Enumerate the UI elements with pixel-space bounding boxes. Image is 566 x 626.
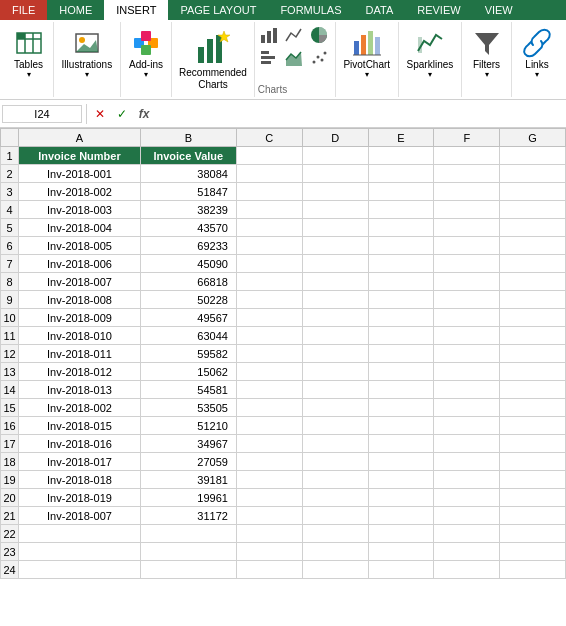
cell-a-8[interactable]: Inv-2018-007 (19, 273, 141, 291)
cell-G-5[interactable] (500, 219, 566, 237)
recommended-charts-button[interactable]: Recommended Charts (175, 24, 251, 94)
cell-a-18[interactable]: Inv-2018-017 (19, 453, 141, 471)
cell-b-24[interactable] (140, 561, 236, 579)
cell-D-7[interactable] (302, 255, 368, 273)
cell-F-8[interactable] (434, 273, 500, 291)
cell-G-6[interactable] (500, 237, 566, 255)
cell-b-1[interactable]: Invoice Value (140, 147, 236, 165)
cell-D-3[interactable] (302, 183, 368, 201)
tab-page-layout[interactable]: PAGE LAYOUT (168, 0, 268, 20)
cell-D-5[interactable] (302, 219, 368, 237)
cell-C-17[interactable] (236, 435, 302, 453)
cell-G-16[interactable] (500, 417, 566, 435)
cell-E-1[interactable] (368, 147, 434, 165)
cell-G-8[interactable] (500, 273, 566, 291)
cell-a-21[interactable]: Inv-2018-007 (19, 507, 141, 525)
cell-b-3[interactable]: 51847 (140, 183, 236, 201)
column-chart-icon[interactable] (258, 24, 280, 46)
cell-D-9[interactable] (302, 291, 368, 309)
cell-E-4[interactable] (368, 201, 434, 219)
cell-a-22[interactable] (19, 525, 141, 543)
tab-view[interactable]: VIEW (473, 0, 525, 20)
cell-G-2[interactable] (500, 165, 566, 183)
cell-D-8[interactable] (302, 273, 368, 291)
cell-G-19[interactable] (500, 471, 566, 489)
cell-C-6[interactable] (236, 237, 302, 255)
cell-F-12[interactable] (434, 345, 500, 363)
cell-a-23[interactable] (19, 543, 141, 561)
cell-F-5[interactable] (434, 219, 500, 237)
cell-b-6[interactable]: 69233 (140, 237, 236, 255)
tab-formulas[interactable]: FORMULAS (268, 0, 353, 20)
cell-C-3[interactable] (236, 183, 302, 201)
cell-D-12[interactable] (302, 345, 368, 363)
cell-G-7[interactable] (500, 255, 566, 273)
cell-G-11[interactable] (500, 327, 566, 345)
tab-data[interactable]: DATA (354, 0, 406, 20)
cell-D-24[interactable] (302, 561, 368, 579)
cell-E-15[interactable] (368, 399, 434, 417)
cell-F-7[interactable] (434, 255, 500, 273)
cell-a-20[interactable]: Inv-2018-019 (19, 489, 141, 507)
illustrations-button[interactable]: Illustrations ▾ (58, 24, 117, 82)
cell-C-2[interactable] (236, 165, 302, 183)
cell-b-18[interactable]: 27059 (140, 453, 236, 471)
cell-E-3[interactable] (368, 183, 434, 201)
cell-a-14[interactable]: Inv-2018-013 (19, 381, 141, 399)
cell-E-7[interactable] (368, 255, 434, 273)
pie-chart-icon[interactable] (308, 24, 330, 46)
cell-b-23[interactable] (140, 543, 236, 561)
cell-C-12[interactable] (236, 345, 302, 363)
cell-D-22[interactable] (302, 525, 368, 543)
cell-C-1[interactable] (236, 147, 302, 165)
cell-G-13[interactable] (500, 363, 566, 381)
cell-E-8[interactable] (368, 273, 434, 291)
cell-E-13[interactable] (368, 363, 434, 381)
col-header-b[interactable]: B (140, 129, 236, 147)
function-button[interactable]: fx (133, 103, 155, 125)
cell-F-11[interactable] (434, 327, 500, 345)
cancel-button[interactable]: ✕ (89, 103, 111, 125)
cell-b-22[interactable] (140, 525, 236, 543)
cell-E-18[interactable] (368, 453, 434, 471)
cell-b-20[interactable]: 19961 (140, 489, 236, 507)
cell-E-14[interactable] (368, 381, 434, 399)
cell-b-9[interactable]: 50228 (140, 291, 236, 309)
cell-C-7[interactable] (236, 255, 302, 273)
cell-b-7[interactable]: 45090 (140, 255, 236, 273)
cell-b-8[interactable]: 66818 (140, 273, 236, 291)
cell-a-16[interactable]: Inv-2018-015 (19, 417, 141, 435)
cell-D-19[interactable] (302, 471, 368, 489)
cell-F-20[interactable] (434, 489, 500, 507)
col-header-d[interactable]: D (302, 129, 368, 147)
filters-button[interactable]: Filters ▾ (467, 24, 507, 82)
cell-G-12[interactable] (500, 345, 566, 363)
cell-D-18[interactable] (302, 453, 368, 471)
cell-C-11[interactable] (236, 327, 302, 345)
cell-a-13[interactable]: Inv-2018-012 (19, 363, 141, 381)
cell-D-2[interactable] (302, 165, 368, 183)
cell-E-23[interactable] (368, 543, 434, 561)
cell-C-16[interactable] (236, 417, 302, 435)
cell-C-23[interactable] (236, 543, 302, 561)
cell-F-1[interactable] (434, 147, 500, 165)
col-header-e[interactable]: E (368, 129, 434, 147)
cell-F-15[interactable] (434, 399, 500, 417)
cell-G-22[interactable] (500, 525, 566, 543)
cell-reference-input[interactable] (2, 105, 82, 123)
cell-b-15[interactable]: 53505 (140, 399, 236, 417)
cell-b-17[interactable]: 34967 (140, 435, 236, 453)
cell-F-16[interactable] (434, 417, 500, 435)
cell-C-8[interactable] (236, 273, 302, 291)
cell-D-11[interactable] (302, 327, 368, 345)
cell-C-10[interactable] (236, 309, 302, 327)
cell-F-2[interactable] (434, 165, 500, 183)
cell-G-10[interactable] (500, 309, 566, 327)
cell-a-4[interactable]: Inv-2018-003 (19, 201, 141, 219)
cell-C-18[interactable] (236, 453, 302, 471)
cell-F-4[interactable] (434, 201, 500, 219)
cell-G-20[interactable] (500, 489, 566, 507)
scatter-chart-icon[interactable] (308, 47, 330, 69)
cell-a-10[interactable]: Inv-2018-009 (19, 309, 141, 327)
col-header-g[interactable]: G (500, 129, 566, 147)
